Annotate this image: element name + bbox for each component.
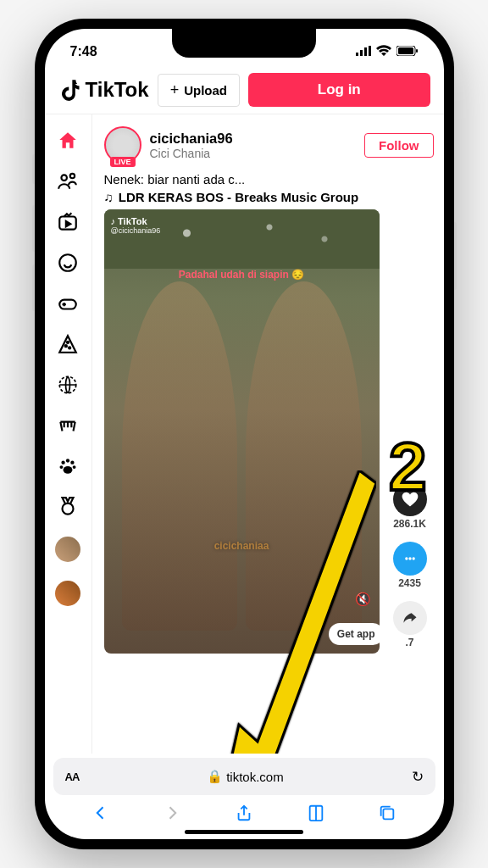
home-indicator[interactable] <box>185 830 303 834</box>
music-link[interactable]: ♫LDR KERAS BOS - Breaks Music Group <box>104 190 434 204</box>
svg-point-18 <box>70 461 74 465</box>
svg-point-20 <box>73 465 76 469</box>
video-player[interactable]: ♪ TikTok @cicichania96 Padahal udah di s… <box>104 209 380 654</box>
feed: LIVE cicichania96 Cici Chania Follow Nen… <box>92 114 444 754</box>
svg-rect-1 <box>360 50 363 56</box>
bookmarks-button[interactable] <box>306 803 326 823</box>
globe-icon[interactable] <box>57 374 79 396</box>
suggested-account-2[interactable] <box>55 581 80 606</box>
user-avatar[interactable]: LIVE <box>104 126 141 164</box>
post-caption: Nenek: biar nanti ada c... <box>104 172 434 186</box>
upload-label: Upload <box>184 83 227 97</box>
login-button[interactable]: Log in <box>248 73 430 107</box>
svg-point-12 <box>65 345 67 347</box>
mute-switch <box>32 154 35 184</box>
svg-rect-2 <box>364 47 367 56</box>
follow-button[interactable]: Follow <box>364 133 434 158</box>
share-button[interactable] <box>393 601 427 635</box>
music-note-icon: ♫ <box>104 190 114 204</box>
comb-icon[interactable] <box>57 415 79 437</box>
get-app-button[interactable]: Get app <box>329 623 380 645</box>
svg-point-21 <box>64 466 73 474</box>
svg-point-13 <box>69 347 70 348</box>
paw-icon[interactable] <box>57 455 79 477</box>
comment-button[interactable] <box>393 542 427 576</box>
tiktok-header: TikTok + Upload Log in <box>45 66 444 114</box>
url-display[interactable]: 🔒 tiktok.com <box>87 769 402 784</box>
tabs-button[interactable] <box>377 803 397 823</box>
svg-rect-5 <box>398 47 413 54</box>
svg-point-8 <box>70 174 75 178</box>
power-button <box>454 222 457 290</box>
svg-point-10 <box>59 254 76 271</box>
back-button[interactable] <box>91 803 111 823</box>
svg-point-22 <box>63 504 74 515</box>
annotation-step-number: 2 <box>389 428 427 506</box>
volume-down-button <box>32 264 35 311</box>
svg-point-7 <box>61 175 67 181</box>
forward-button[interactable] <box>162 803 182 823</box>
username-link[interactable]: cicichania96 <box>150 131 357 147</box>
video-overlay-username: cicichaniaa <box>214 540 269 552</box>
share-count: .7 <box>405 637 413 648</box>
sidebar <box>45 114 92 754</box>
wifi-icon <box>376 44 391 59</box>
phone-frame: 7:48 TikTok + Upload Log in <box>35 19 454 849</box>
share-icon <box>402 609 419 626</box>
pizza-icon[interactable] <box>57 333 79 355</box>
battery-icon <box>396 44 419 59</box>
displayname: Cici Chania <box>150 147 357 160</box>
share-sheet-button[interactable] <box>234 803 254 823</box>
notch <box>172 29 316 58</box>
smile-icon[interactable] <box>57 252 79 274</box>
svg-rect-3 <box>369 46 371 56</box>
live-icon[interactable] <box>57 211 79 233</box>
cellular-icon <box>356 44 371 59</box>
plus-icon: + <box>170 81 180 99</box>
reload-button[interactable]: ↻ <box>412 768 424 786</box>
status-time: 7:48 <box>70 44 97 59</box>
safari-address-bar[interactable]: AA 🔒 tiktok.com ↻ <box>53 758 435 795</box>
comment-icon <box>402 550 419 567</box>
suggested-account-1[interactable] <box>55 537 80 562</box>
video-watermark: ♪ TikTok @cicichania96 <box>111 216 161 235</box>
lock-icon: 🔒 <box>207 769 223 784</box>
home-icon[interactable] <box>57 130 79 152</box>
svg-point-14 <box>67 342 69 343</box>
tiktok-logo-text: TikTok <box>86 78 149 102</box>
following-icon[interactable] <box>57 170 79 192</box>
volume-up-button <box>32 205 35 252</box>
video-overlay-caption: Padahal udah di siapin 😔 <box>179 269 304 281</box>
comment-count: 2435 <box>398 577 421 589</box>
mute-icon[interactable]: 🔇 <box>355 592 371 607</box>
svg-point-24 <box>408 557 411 559</box>
svg-point-19 <box>59 465 63 469</box>
live-badge: LIVE <box>109 157 135 167</box>
svg-point-17 <box>66 459 69 462</box>
svg-point-23 <box>405 557 408 559</box>
like-count: 286.1K <box>393 518 426 530</box>
tiktok-logo[interactable]: TikTok <box>58 78 149 102</box>
svg-point-25 <box>412 557 414 559</box>
svg-rect-27 <box>384 809 394 819</box>
tiktok-logo-icon <box>58 78 82 102</box>
svg-rect-11 <box>59 300 76 309</box>
game-icon[interactable] <box>57 292 79 314</box>
medal-icon[interactable] <box>57 496 79 518</box>
svg-point-16 <box>61 461 64 465</box>
upload-button[interactable]: + Upload <box>158 74 240 107</box>
video-subjects <box>104 281 380 654</box>
text-size-button[interactable]: AA <box>65 771 80 783</box>
svg-rect-0 <box>356 53 358 56</box>
svg-rect-6 <box>416 49 418 53</box>
